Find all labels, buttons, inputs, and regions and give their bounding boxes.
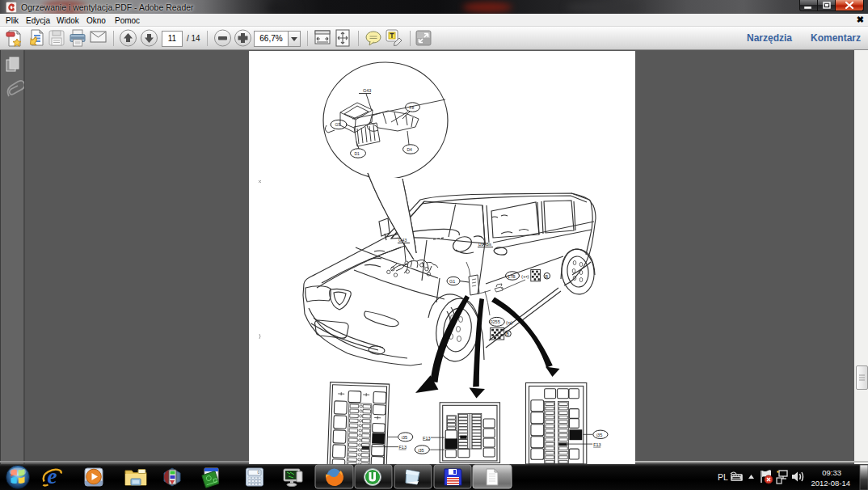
svg-text:G43: G43 bbox=[398, 238, 407, 243]
svg-text:F8: F8 bbox=[410, 105, 415, 110]
svg-text:D4: D4 bbox=[407, 147, 413, 152]
svg-text:G5: G5 bbox=[335, 122, 341, 127]
svg-text:D1: D1 bbox=[355, 151, 360, 156]
svg-text:B: B bbox=[506, 332, 509, 336]
svg-text:i35: i35 bbox=[402, 435, 407, 440]
svg-text:F13: F13 bbox=[399, 445, 407, 450]
svg-text:F13: F13 bbox=[593, 442, 600, 447]
svg-text:(••): (••) bbox=[506, 320, 512, 325]
svg-text:PL: PL bbox=[718, 472, 728, 482]
svg-text:i35: i35 bbox=[596, 433, 602, 437]
svg-text:D14Bis: D14Bis bbox=[478, 242, 492, 247]
svg-text:0255: 0255 bbox=[491, 319, 500, 324]
svg-text:09:33: 09:33 bbox=[822, 468, 841, 477]
svg-text:e: e bbox=[48, 464, 57, 488]
svg-text:i35: i35 bbox=[418, 448, 423, 453]
svg-text:17B: 17B bbox=[508, 274, 516, 279]
svg-text:G1: G1 bbox=[449, 279, 455, 284]
svg-text:0: 0 bbox=[258, 470, 260, 475]
svg-text:(+•): (+•) bbox=[521, 274, 529, 279]
svg-text:G43: G43 bbox=[363, 88, 371, 93]
svg-text:B: B bbox=[546, 274, 549, 279]
svg-text:2012-08-14: 2012-08-14 bbox=[811, 479, 850, 488]
svg-text:F13: F13 bbox=[423, 436, 430, 441]
